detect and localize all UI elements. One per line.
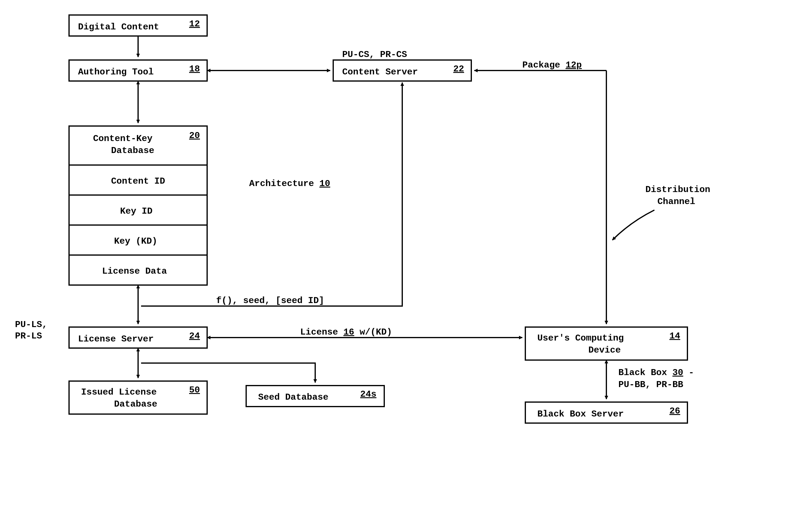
authoring-tool-ref: 18 <box>189 64 200 74</box>
digital-content-label: Digital Content <box>78 22 159 32</box>
blackbox-server-ref: 26 <box>669 406 680 416</box>
fseed-label: f(), seed, [seed ID] <box>216 296 324 306</box>
dist-label2: Channel <box>657 197 695 207</box>
package-label: Package 12p <box>522 60 582 70</box>
row-key-kd: Key (KD) <box>114 236 157 246</box>
user-device-ref: 14 <box>669 331 680 341</box>
ckdb-label2: Database <box>111 145 154 156</box>
license-server-ref: 24 <box>189 331 200 341</box>
license-label: License 16 w/(KD) <box>300 327 392 337</box>
seed-db-ref: 24s <box>360 389 376 400</box>
ckdb-label1: Content-Key <box>93 134 153 144</box>
content-server-label: Content Server <box>342 67 418 77</box>
issued-db-label1: Issued License <box>81 387 157 397</box>
digital-content-ref: 12 <box>189 19 200 29</box>
row-content-id: Content ID <box>111 176 165 186</box>
pucs-label: PU-CS, PR-CS <box>342 50 407 60</box>
puls-label2: PR-LS <box>15 331 42 341</box>
seed-db-label: Seed Database <box>258 392 328 402</box>
row-key-id: Key ID <box>120 206 153 216</box>
arrow-to-seed <box>141 363 315 383</box>
license-server-label: License Server <box>78 334 154 344</box>
user-device-label2: Device <box>588 345 621 355</box>
blackbox-server-label: Black Box Server <box>537 409 624 419</box>
diagram-canvas: Digital Content 12 Authoring Tool 18 PU-… <box>0 0 809 532</box>
row-license-data: License Data <box>102 266 167 276</box>
arrow-dist-channel <box>613 210 654 240</box>
ckdb-ref: 20 <box>189 130 200 141</box>
authoring-tool-label: Authoring Tool <box>78 67 154 77</box>
user-device-label1: User's Computing <box>537 333 624 343</box>
blackbox-label: Black Box 30 - <box>618 368 694 378</box>
puls-label1: PU-LS, <box>15 320 48 330</box>
architecture-label: Architecture 10 <box>249 179 330 189</box>
pubb-label: PU-BB, PR-BB <box>618 379 683 390</box>
dist-label1: Distribution <box>646 184 710 195</box>
content-server-ref: 22 <box>453 64 464 74</box>
issued-db-ref: 50 <box>189 385 200 395</box>
issued-db-label2: Database <box>114 399 157 409</box>
